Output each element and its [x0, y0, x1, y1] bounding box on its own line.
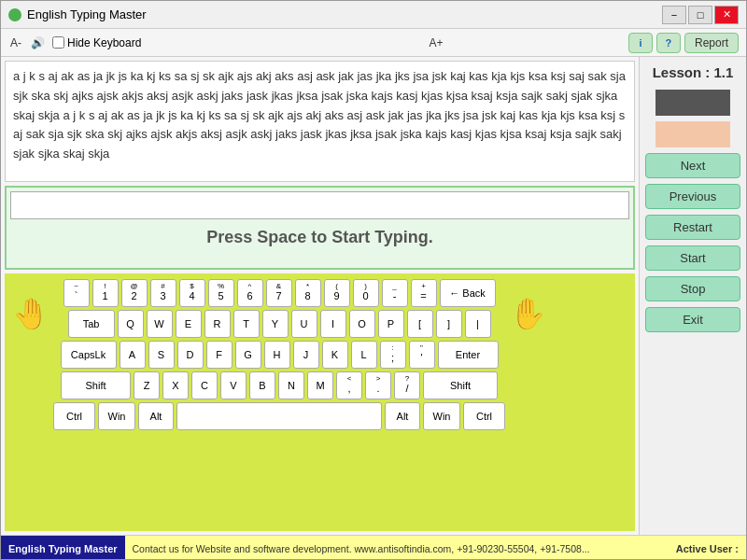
status-contact: Contact us for Website and software deve… [125, 543, 669, 554]
key-n[interactable]: N [278, 371, 304, 399]
key-b[interactable]: B [249, 371, 275, 399]
key-row-1: ~` !1 @2 #3 $4 %5 ^6 &7 *8 (9 )0 _- += ←… [53, 279, 505, 307]
key-ctrl-right[interactable]: Ctrl [463, 402, 505, 430]
window-title: English Typing Master [27, 7, 147, 21]
key-equals[interactable]: += [411, 279, 437, 307]
key-l[interactable]: L [351, 341, 377, 369]
key-ctrl-left[interactable]: Ctrl [53, 402, 95, 430]
key-h[interactable]: H [264, 341, 290, 369]
key-period[interactable]: >. [365, 371, 391, 399]
key-v[interactable]: V [220, 371, 247, 399]
key-q[interactable]: Q [118, 310, 144, 338]
key-quote[interactable]: "' [409, 341, 435, 369]
status-active-user: Active User : [669, 543, 746, 554]
key-8[interactable]: *8 [295, 279, 321, 307]
start-button[interactable]: Start [645, 245, 740, 271]
key-c[interactable]: C [191, 371, 218, 399]
key-k[interactable]: K [322, 341, 348, 369]
key-slash[interactable]: ?/ [394, 371, 420, 399]
key-7[interactable]: &7 [266, 279, 292, 307]
key-shift-right[interactable]: Shift [423, 371, 498, 399]
key-u[interactable]: U [291, 310, 317, 338]
key-e[interactable]: E [176, 310, 202, 338]
key-semicolon[interactable]: :; [380, 341, 406, 369]
key-j[interactable]: J [293, 341, 319, 369]
key-backtick[interactable]: ~` [63, 279, 90, 307]
color-block-dark [655, 90, 730, 116]
key-m[interactable]: M [307, 371, 333, 399]
info-button[interactable]: i [628, 33, 653, 53]
key-row-5: Ctrl Win Alt Alt Win Ctrl [53, 402, 505, 430]
toolbar: A- 🔊 Hide Keyboard A+ i ? Report [1, 29, 746, 57]
key-p[interactable]: P [378, 310, 404, 338]
app-icon [8, 8, 21, 21]
typing-input[interactable] [10, 191, 629, 219]
lesson-label: Lesson : 1.1 [645, 64, 740, 80]
key-tab[interactable]: Tab [68, 310, 115, 338]
key-s[interactable]: S [148, 341, 175, 369]
key-backspace[interactable]: ← Back [440, 279, 496, 307]
key-z[interactable]: Z [134, 371, 160, 399]
close-button[interactable]: ✕ [714, 6, 739, 24]
key-alt-left[interactable]: Alt [138, 402, 174, 430]
key-backslash[interactable]: | [465, 310, 491, 338]
title-bar: English Typing Master − □ ✕ [1, 1, 746, 29]
press-space-label: Press Space to Start Typing. [206, 228, 433, 247]
key-a[interactable]: A [120, 341, 146, 369]
key-win-left[interactable]: Win [98, 402, 135, 430]
key-row-3: CapsLk A S D F G H J K L :; "' Enter [53, 341, 505, 369]
key-r[interactable]: R [204, 310, 231, 338]
key-0[interactable]: )0 [353, 279, 379, 307]
key-g[interactable]: G [235, 341, 261, 369]
typing-area: Press Space to Start Typing. [5, 186, 635, 270]
key-4[interactable]: $4 [179, 279, 205, 307]
report-button[interactable]: Report [684, 33, 739, 53]
left-hand-icon: 🤚 [12, 296, 49, 331]
key-enter[interactable]: Enter [438, 341, 499, 369]
key-win-right[interactable]: Win [423, 402, 460, 430]
key-5[interactable]: %5 [208, 279, 234, 307]
status-bar: English Typing Master Contact us for Web… [1, 535, 746, 560]
key-w[interactable]: W [147, 310, 173, 338]
key-t[interactable]: T [233, 310, 260, 338]
restart-button[interactable]: Restart [645, 215, 740, 240]
color-block-peach [655, 121, 730, 147]
key-2[interactable]: @2 [121, 279, 148, 307]
minimize-button[interactable]: − [662, 6, 686, 24]
right-panel: Lesson : 1.1 Next Previous Restart Start… [639, 57, 746, 535]
key-d[interactable]: D [177, 341, 204, 369]
key-1[interactable]: !1 [92, 279, 119, 307]
key-3[interactable]: #3 [150, 279, 176, 307]
maximize-button[interactable]: □ [688, 6, 712, 24]
key-space[interactable] [176, 402, 382, 430]
keyboard: ~` !1 @2 #3 $4 %5 ^6 &7 *8 (9 )0 _- += ←… [53, 279, 505, 433]
hide-keyboard-label[interactable]: Hide Keyboard [52, 36, 141, 49]
key-comma[interactable]: <, [336, 371, 362, 399]
key-f[interactable]: F [206, 341, 233, 369]
stop-button[interactable]: Stop [645, 276, 740, 301]
exit-button[interactable]: Exit [645, 307, 740, 332]
font-decrease-label: A- [8, 36, 23, 49]
key-6[interactable]: ^6 [237, 279, 263, 307]
key-minus[interactable]: _- [382, 279, 408, 307]
status-app-name: English Typing Master [1, 536, 125, 560]
key-capslock[interactable]: CapsLk [61, 341, 117, 369]
next-button[interactable]: Next [645, 153, 740, 178]
font-increase-label: A+ [427, 36, 444, 49]
key-o[interactable]: O [349, 310, 375, 338]
key-9[interactable]: (9 [324, 279, 350, 307]
key-i[interactable]: I [320, 310, 346, 338]
sound-icon: 🔊 [29, 36, 47, 49]
right-hand-icon: 🤚 [509, 296, 546, 331]
key-rbracket[interactable]: ] [436, 310, 462, 338]
key-y[interactable]: Y [262, 310, 289, 338]
key-x[interactable]: X [162, 371, 189, 399]
key-alt-right[interactable]: Alt [385, 402, 420, 430]
previous-button[interactable]: Previous [645, 184, 740, 209]
key-lbracket[interactable]: [ [407, 310, 433, 338]
hide-keyboard-checkbox[interactable] [52, 36, 64, 49]
left-panel: a j k s aj ak as ja jk js ka kj ks sa sj… [1, 57, 639, 535]
help-button[interactable]: ? [656, 33, 681, 53]
window-controls: − □ ✕ [662, 6, 739, 24]
key-shift-left[interactable]: Shift [61, 371, 131, 399]
